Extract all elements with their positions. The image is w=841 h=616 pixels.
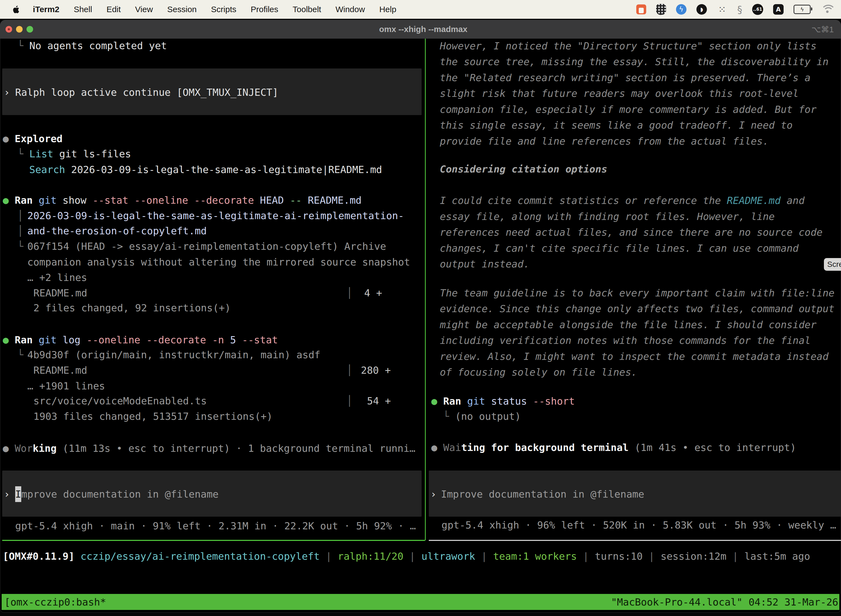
apple-icon[interactable] [12,5,20,14]
terminal-row: The team guideline is to back every impo… [440,285,834,301]
menu-item-shell[interactable]: Shell [74,5,92,14]
terminal-row: 2 files changed, 92 insertions(+) [34,300,231,316]
terminal-row: Considering citation options [440,161,607,177]
app-grid-icon[interactable]: ⁙ [717,4,727,15]
tmux-status-bar: [omx-cczip0:bash* "MacBook-Pro-44.local"… [1,594,840,610]
tmux-host-clock: "MacBook-Pro-44.local" 04:52 31-Mar-26 [611,596,838,608]
close-button[interactable] [6,26,12,32]
battery-icon[interactable]: ϟ [794,5,811,14]
terminal-row: changes, I can't cite specific file line… [440,241,799,256]
menu-item-profiles[interactable]: Profiles [251,5,278,14]
terminal-row: the source tree, missing the essay. Stil… [440,54,829,70]
terminal-row: └067f154 (HEAD -> essay/ai-reimplementat… [27,238,386,254]
terminal-row: evidence. Since this change only affects… [440,301,834,317]
menu-item-help[interactable]: Help [379,5,397,14]
terminal-row: ›Ralph loop active continue [OMX_TMUX_IN… [4,84,10,100]
terminal-row: src/voice/voiceModeEnabled.ts│54 + [34,393,207,409]
window-title-bar: omx --xhigh --madmax ⌥⌘1 [0,20,841,39]
input-source-icon[interactable]: A [773,4,784,15]
menu-item-toolbelt[interactable]: Toolbelt [293,5,321,14]
menu-item-edit[interactable]: Edit [107,5,121,14]
terminal-row: … +1901 lines [27,378,105,394]
screen-indicator-popover[interactable]: Scre [824,258,841,271]
terminal-row: ›Improve documentation in @filename [431,486,437,502]
terminal-row: gpt-5.4 xhigh · 96% left · 520K in · 5.8… [441,517,836,533]
terminal-row: the "Related research writing" section i… [440,70,811,85]
terminal-row: ● Waiting for background terminal (1m 41… [431,440,796,455]
right-pane-border [429,540,841,541]
terminal-row: this single essay, it seems like a good … [440,117,793,133]
zoom-button[interactable] [26,26,33,32]
terminal-row: ● Working (11m 13s • esc to interrupt) ·… [3,440,416,456]
terminal-row: └ (no output) [443,408,521,424]
menu-item-session[interactable]: Session [167,5,197,14]
passcode-keypad-icon[interactable] [656,4,666,15]
terminal-row: └ List git ls-files [18,146,131,162]
terminal-row: │2026-03-09-is-legal-the-same-as-legitim… [27,208,404,224]
terminal-row: Search 2026-03-09-is-legal-the-same-as-l… [29,162,382,177]
window-title: omx --xhigh --madmax [99,25,747,34]
terminal-row: companion analysis without altering the … [27,254,410,270]
pie-menu-icon[interactable]: ◗ [696,4,707,15]
menu-item-scripts[interactable]: Scripts [211,5,236,14]
wifi-icon[interactable] [820,4,834,15]
terminal-row: … +2 lines [27,270,87,285]
terminal-row: review. Also, I might want to inspect th… [440,349,829,364]
screen-recording-icon[interactable] [636,4,646,14]
terminal-row: ● Ran git log --oneline --decorate -n 5 … [3,332,278,348]
terminal-row: [OMX#0.11.9] cczip/essay/ai-reimplementa… [3,549,810,564]
menu-item-view[interactable]: View [135,5,153,14]
terminal-row: I could cite commit statistics or refere… [440,193,804,208]
left-pane-border [2,540,425,541]
menu-status-icons: ϟ ◗ ⁙ § ..61 A ϟ [636,4,834,15]
terminal-row: ›Improve documentation in @filename [4,486,10,502]
terminal-row: README.md│4 + [34,285,87,301]
terminal-row: └4b9d30f (origin/main, instructkr/main, … [27,347,320,363]
terminal-row: of focusing solely on file lines. [440,364,637,380]
countdown-timer-icon[interactable]: ..61 [752,4,763,15]
window-shortcut-badge: ⌥⌘1 [747,25,841,34]
terminal-row: including verification notes with those … [440,333,811,348]
terminal-row: gpt-5.4 xhigh · main · 91% left · 2.31M … [15,518,416,534]
terminal-row: 1903 files changed, 513517 insertions(+) [34,408,273,424]
terminal-row: README.md│280 + [34,362,87,378]
terminal-row: output instead. [440,256,529,272]
minimize-button[interactable] [16,26,23,32]
menu-item-iterm2[interactable]: iTerm2 [33,5,59,14]
screen-indicator-label: Scre [827,260,841,269]
terminal-row: └ No agents completed yet [18,38,167,54]
terminal-row: │and-the-erosion-of-copyleft.md [27,223,207,239]
menu-item-window[interactable]: Window [336,5,365,14]
menu-bar: iTerm2 Shell Edit View Session Scripts P… [0,0,841,19]
terminal-row: might be acceptable alongside the file l… [440,317,816,333]
terminal-row: ● Ran git show --stat --oneline --decora… [3,192,362,208]
posture-icon[interactable]: § [737,4,742,15]
terminal-row: ● Explored [3,131,63,147]
terminal-row: provide file and line references from th… [440,133,769,149]
terminal-row: slight risk that future readers may over… [440,85,799,101]
terminal-row: companion file, especially if more comme… [440,101,816,117]
terminal-row: ● Ran git status --short [431,393,575,409]
terminal-row: essay file, along with finding root file… [440,209,775,224]
tmux-window-label[interactable]: [omx-cczip0:bash* [4,596,106,608]
terminal-row: references need actual files, and since … [440,224,822,240]
terminal-row: However, I noticed the "Directory Struct… [440,38,816,54]
pane-divider[interactable] [425,39,426,540]
sync-status-icon[interactable]: ϟ [676,4,687,15]
